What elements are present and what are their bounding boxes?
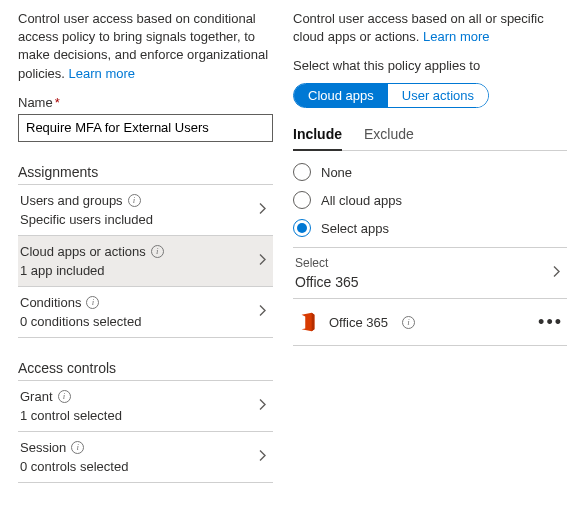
radio-none-label: None — [321, 165, 352, 180]
radio-icon — [293, 219, 311, 237]
chevron-right-icon — [551, 266, 563, 281]
radio-none[interactable]: None — [293, 163, 567, 181]
pill-cloud-apps[interactable]: Cloud apps — [294, 84, 388, 107]
select-label: Select — [295, 256, 565, 270]
name-field-label: Name* — [18, 95, 273, 110]
row-users-and-groups[interactable]: Users and groups i Specific users includ… — [18, 185, 273, 236]
row-grant-title: Grant — [20, 389, 53, 404]
include-exclude-tabs: Include Exclude — [293, 120, 567, 151]
radio-all-label: All cloud apps — [321, 193, 402, 208]
applies-to-label: Select what this policy applies to — [293, 58, 567, 73]
office-365-icon — [297, 311, 319, 333]
info-icon[interactable]: i — [58, 390, 71, 403]
selected-app-item: Office 365 i ••• — [293, 299, 567, 346]
assignments-heading: Assignments — [18, 164, 273, 185]
row-apps-sub: 1 app included — [20, 263, 271, 278]
applies-to-toggle: Cloud apps User actions — [293, 83, 489, 108]
required-asterisk: * — [55, 95, 60, 110]
row-apps-title: Cloud apps or actions — [20, 244, 146, 259]
more-options-button[interactable]: ••• — [538, 312, 563, 333]
app-item-label: Office 365 — [329, 315, 388, 330]
intro-text-right: Control user access based on all or spec… — [293, 10, 567, 46]
info-icon[interactable]: i — [86, 296, 99, 309]
row-cloud-apps[interactable]: Cloud apps or actions i 1 app included — [18, 236, 273, 287]
radio-all-cloud-apps[interactable]: All cloud apps — [293, 191, 567, 209]
chevron-right-icon — [257, 398, 269, 413]
row-grant[interactable]: Grant i 1 control selected — [18, 381, 273, 432]
policy-name-input[interactable] — [18, 114, 273, 142]
row-session-sub: 0 controls selected — [20, 459, 271, 474]
info-icon[interactable]: i — [402, 316, 415, 329]
policy-left-column: Control user access based on conditional… — [18, 10, 273, 483]
radio-select-label: Select apps — [321, 221, 389, 236]
intro-pre-left: Control user access based on conditional… — [18, 11, 268, 81]
learn-more-link-left[interactable]: Learn more — [69, 66, 135, 81]
access-controls-heading: Access controls — [18, 360, 273, 381]
learn-more-link-right[interactable]: Learn more — [423, 29, 489, 44]
row-users-title: Users and groups — [20, 193, 123, 208]
radio-icon — [293, 163, 311, 181]
row-session-title: Session — [20, 440, 66, 455]
radio-select-apps[interactable]: Select apps — [293, 219, 567, 237]
row-session[interactable]: Session i 0 controls selected — [18, 432, 273, 483]
intro-pre-right: Control user access based on all or spec… — [293, 11, 544, 44]
tab-include[interactable]: Include — [293, 120, 342, 150]
tab-exclude[interactable]: Exclude — [364, 120, 414, 150]
row-cond-sub: 0 conditions selected — [20, 314, 271, 329]
chevron-right-icon — [257, 449, 269, 464]
chevron-right-icon — [257, 202, 269, 217]
select-value: Office 365 — [295, 274, 565, 290]
info-icon[interactable]: i — [71, 441, 84, 454]
select-apps-picker[interactable]: Select Office 365 — [293, 247, 567, 299]
radio-icon — [293, 191, 311, 209]
pill-user-actions[interactable]: User actions — [388, 84, 488, 107]
chevron-right-icon — [257, 253, 269, 268]
info-icon[interactable]: i — [128, 194, 141, 207]
chevron-right-icon — [257, 304, 269, 319]
intro-text-left: Control user access based on conditional… — [18, 10, 273, 83]
row-users-sub: Specific users included — [20, 212, 271, 227]
row-grant-sub: 1 control selected — [20, 408, 271, 423]
row-conditions[interactable]: Conditions i 0 conditions selected — [18, 287, 273, 338]
policy-right-column: Control user access based on all or spec… — [293, 10, 567, 483]
info-icon[interactable]: i — [151, 245, 164, 258]
row-cond-title: Conditions — [20, 295, 81, 310]
